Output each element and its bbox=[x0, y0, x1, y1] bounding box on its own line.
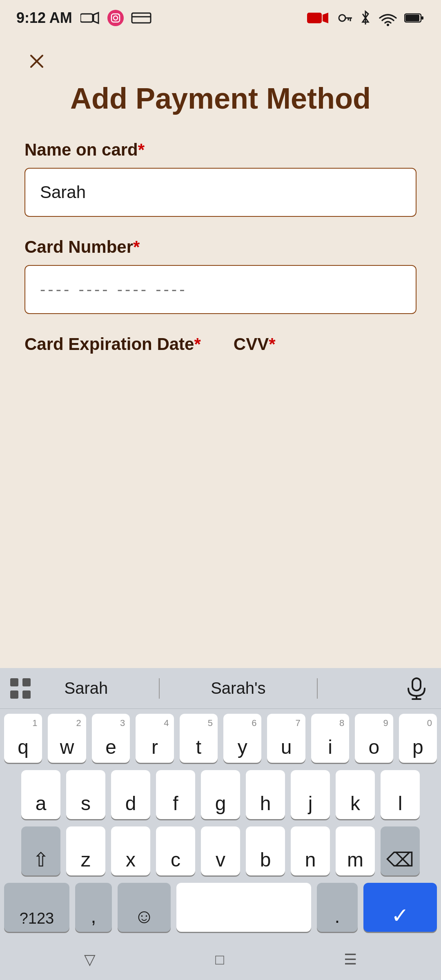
autocomplete-bar: Sarah Sarah's bbox=[0, 668, 441, 709]
emoji-button[interactable]: ☺ bbox=[118, 883, 171, 932]
name-on-card-section: Name on card* bbox=[24, 140, 416, 217]
return-button[interactable]: ✓ bbox=[363, 883, 437, 932]
svg-rect-24 bbox=[412, 678, 421, 690]
key-j[interactable]: j bbox=[291, 770, 330, 819]
key-f[interactable]: f bbox=[156, 770, 195, 819]
key-x[interactable]: x bbox=[111, 826, 150, 875]
key-row-2: a s d f g h j k l bbox=[4, 770, 437, 819]
key-h[interactable]: h bbox=[246, 770, 285, 819]
key-dot[interactable]: . bbox=[317, 883, 358, 932]
key-n[interactable]: n bbox=[291, 826, 330, 875]
key-r[interactable]: 4 r bbox=[136, 714, 174, 763]
key-b[interactable]: b bbox=[246, 826, 285, 875]
svg-rect-21 bbox=[22, 678, 31, 686]
key-k[interactable]: k bbox=[336, 770, 375, 819]
key-c[interactable]: c bbox=[156, 826, 195, 875]
key-d[interactable]: d bbox=[111, 770, 150, 819]
numbers-toggle-button[interactable]: ?123 bbox=[4, 883, 69, 932]
key-row-3: ⇧ z x c v b n m ⌫ bbox=[4, 826, 437, 875]
key-w[interactable]: 2 w bbox=[48, 714, 86, 763]
svg-rect-23 bbox=[22, 690, 31, 699]
autocomplete-divider-1 bbox=[159, 678, 160, 699]
backspace-button[interactable]: ⌫ bbox=[381, 826, 420, 875]
key-m[interactable]: m bbox=[336, 826, 375, 875]
instagram-icon bbox=[107, 9, 125, 27]
battery-icon bbox=[404, 12, 425, 24]
svg-point-14 bbox=[387, 24, 389, 26]
key-v[interactable]: v bbox=[201, 826, 240, 875]
svg-rect-17 bbox=[421, 16, 423, 20]
main-content: Add Payment Method Name on card* Card Nu… bbox=[0, 33, 441, 354]
payment-icon bbox=[131, 11, 151, 25]
key-l[interactable]: l bbox=[381, 770, 420, 819]
key-u[interactable]: 7 u bbox=[267, 714, 305, 763]
keyboard-rows: 1 q 2 w 3 e 4 r 5 t 6 y bbox=[0, 709, 441, 932]
autocomplete-word-1[interactable]: Sarah bbox=[52, 675, 120, 702]
autocomplete-word-3[interactable] bbox=[356, 684, 381, 693]
key-row-4: ?123 , ☺ . ✓ bbox=[4, 883, 437, 932]
back-gesture-icon: ▽ bbox=[84, 951, 96, 968]
card-number-section: Card Number* bbox=[24, 237, 416, 314]
svg-rect-20 bbox=[10, 678, 18, 686]
key-t[interactable]: 5 t bbox=[180, 714, 218, 763]
spacebar[interactable] bbox=[176, 883, 311, 932]
expiration-label: Card Expiration Date* bbox=[24, 334, 201, 354]
status-icons-left bbox=[80, 9, 151, 27]
grid-icon bbox=[8, 676, 33, 701]
keyboard: Sarah Sarah's 1 q 2 w bbox=[0, 668, 441, 980]
key-o[interactable]: 9 o bbox=[355, 714, 393, 763]
page-title: Add Payment Method bbox=[24, 82, 416, 116]
video-camera-icon bbox=[80, 11, 100, 24]
home-gesture-icon: □ bbox=[215, 951, 224, 968]
key-g[interactable]: g bbox=[201, 770, 240, 819]
close-button[interactable] bbox=[24, 49, 49, 74]
key-s[interactable]: s bbox=[66, 770, 105, 819]
key-comma[interactable]: , bbox=[75, 883, 112, 932]
svg-marker-1 bbox=[94, 13, 98, 23]
autocomplete-word-2[interactable]: Sarah's bbox=[198, 675, 278, 702]
record-icon bbox=[307, 11, 330, 25]
status-time: 9:12 AM bbox=[16, 9, 72, 27]
svg-rect-8 bbox=[307, 13, 322, 23]
card-number-input[interactable] bbox=[24, 265, 416, 314]
svg-rect-6 bbox=[132, 13, 151, 23]
key-z[interactable]: z bbox=[66, 826, 105, 875]
bottom-row-labels: Card Expiration Date* CVV* bbox=[24, 334, 416, 354]
svg-marker-9 bbox=[323, 13, 328, 23]
name-input[interactable] bbox=[24, 168, 416, 217]
status-bar: 9:12 AM bbox=[0, 0, 441, 33]
name-label: Name on card* bbox=[24, 140, 416, 160]
key-q[interactable]: 1 q bbox=[4, 714, 42, 763]
bluetooth-icon bbox=[359, 9, 372, 27]
key-p[interactable]: 0 p bbox=[399, 714, 437, 763]
recents-gesture-icon: ☰ bbox=[344, 951, 357, 968]
svg-point-2 bbox=[107, 10, 124, 26]
key-row-1: 1 q 2 w 3 e 4 r 5 t 6 y bbox=[4, 714, 437, 763]
key-y[interactable]: 6 y bbox=[223, 714, 261, 763]
card-number-label: Card Number* bbox=[24, 237, 416, 257]
wifi-icon bbox=[378, 10, 398, 26]
system-bar: ▽ □ ☰ bbox=[0, 939, 441, 980]
key-icon bbox=[336, 10, 353, 26]
keyboard-toggle-button[interactable] bbox=[8, 676, 33, 701]
svg-point-5 bbox=[118, 14, 119, 16]
svg-rect-22 bbox=[10, 690, 18, 699]
autocomplete-divider-2 bbox=[317, 678, 318, 699]
mic-icon bbox=[404, 676, 429, 701]
key-e[interactable]: 3 e bbox=[92, 714, 130, 763]
svg-rect-0 bbox=[80, 14, 93, 22]
autocomplete-suggestions: Sarah Sarah's bbox=[33, 675, 400, 702]
key-a[interactable]: a bbox=[21, 770, 60, 819]
key-i[interactable]: 8 i bbox=[311, 714, 349, 763]
svg-point-10 bbox=[339, 15, 345, 21]
svg-rect-16 bbox=[405, 15, 419, 21]
mic-button[interactable] bbox=[400, 672, 433, 705]
cvv-label: CVV* bbox=[234, 334, 276, 354]
status-icons-right bbox=[307, 9, 425, 27]
shift-button[interactable]: ⇧ bbox=[21, 826, 60, 875]
